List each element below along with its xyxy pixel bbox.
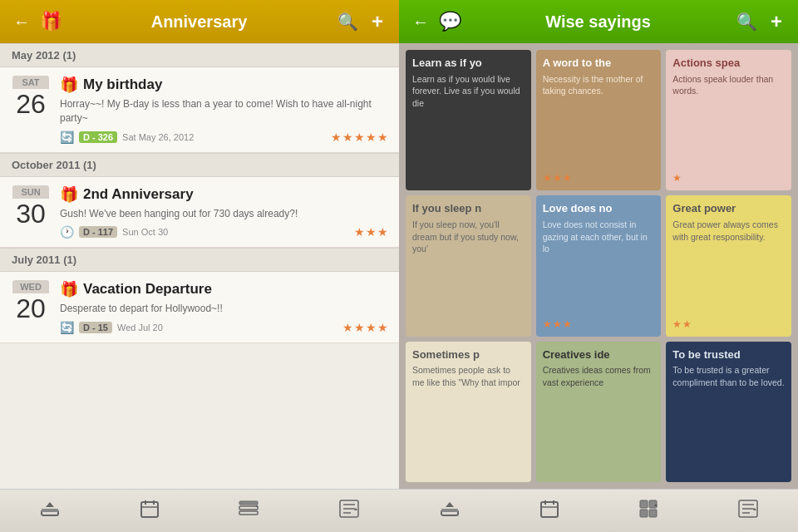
speech-icon: 💬 <box>439 11 461 32</box>
event-desc-vacation: Desperate to depart for Hollywood~!! <box>60 302 389 316</box>
right-bottom-btn-4[interactable] <box>728 496 768 525</box>
calendar-icon-right <box>540 500 559 522</box>
quote-title-3: If you sleep n <box>412 202 525 215</box>
quote-card-7[interactable]: Creatives ide Creatives ideas comes from… <box>536 342 662 482</box>
event-content-vacation: 🎁 Vacation Departure Desperate to depart… <box>60 280 389 334</box>
left-add-button[interactable]: + <box>366 10 389 33</box>
quote-stars-4: ★★★ <box>543 315 655 330</box>
quote-title-7: Creatives ide <box>543 348 655 362</box>
stars-birthday: ★★★★★ <box>331 131 389 144</box>
quote-card-8[interactable]: To be trusted To be trusted is a greater… <box>666 342 791 482</box>
svg-rect-1 <box>42 509 58 512</box>
left-scroll-area: May 2012 (1) SAT 26 🎁 My birthday Horray… <box>0 43 399 489</box>
layout-icon-left <box>239 500 259 521</box>
upload-icon <box>40 500 60 521</box>
quote-title-8: To be trusted <box>672 348 785 362</box>
quote-card-3[interactable]: If you sleep n If you sleep now, you'll … <box>406 195 531 336</box>
svg-rect-7 <box>239 501 258 505</box>
left-header: ← 🎁 Anniversary 🔍 + <box>0 0 399 43</box>
event-icon-vacation: 🎁 <box>60 280 78 298</box>
day-num-anniversary: 30 <box>16 200 46 227</box>
section-header-1: May 2012 (1) <box>0 43 399 67</box>
right-bottom-btn-2[interactable] <box>530 496 569 525</box>
event-icon-anniversary: 🎁 <box>60 185 78 204</box>
d-badge-vacation: D - 15 <box>79 322 112 333</box>
day-name-anniversary: SUN <box>12 185 49 199</box>
left-bottom-btn-4[interactable] <box>329 496 369 525</box>
left-search-button[interactable]: 🔍 <box>336 10 359 33</box>
event-meta-vacation: 🔄 D - 15 Wed Jul 20 ★★★★ <box>60 321 389 334</box>
quote-card-2[interactable]: Actions spea Actions speak louder than w… <box>666 50 791 190</box>
day-name-birthday: SAT <box>12 76 49 89</box>
section-header-2: October 2011 (1) <box>0 153 399 177</box>
quote-body-2: Actions speak louder than words. <box>672 73 785 97</box>
quote-stars-2: ★ <box>672 169 785 184</box>
date-block-anniversary: SUN 30 <box>10 185 52 239</box>
quote-title-6: Sometimes p <box>412 348 525 362</box>
list-icon-right <box>738 500 758 522</box>
event-title-anniversary: 2nd Anniversary <box>83 186 194 203</box>
quote-card-5[interactable]: Great power Great power always comes wit… <box>666 195 791 336</box>
quote-body-0: Learn as if you would live forever. Live… <box>412 73 525 110</box>
quote-body-8: To be trusted is a greater compliment th… <box>672 364 785 388</box>
event-item-vacation[interactable]: WED 20 🎁 Vacation Departure Desperate to… <box>0 272 399 343</box>
svg-rect-25 <box>640 510 648 517</box>
left-bottom-btn-3[interactable] <box>229 497 268 525</box>
left-bottom-btn-2[interactable] <box>131 496 169 525</box>
event-title-row-birthday: 🎁 My birthday <box>60 76 389 94</box>
right-bottom-btn-1[interactable] <box>430 497 470 525</box>
event-item-anniversary[interactable]: SUN 30 🎁 2nd Anniversary Gush! We've bee… <box>0 177 399 249</box>
svg-rect-9 <box>239 511 258 515</box>
event-date-anniversary: Sun Oct 30 <box>122 227 168 237</box>
svg-rect-19 <box>541 502 558 517</box>
recur-icon-birthday: 🔄 <box>60 131 74 144</box>
quote-title-0: Learn as if yo <box>412 57 525 70</box>
svg-rect-3 <box>141 502 158 517</box>
left-header-title: Anniversary <box>69 12 329 32</box>
svg-rect-8 <box>239 506 258 510</box>
left-panel: ← 🎁 Anniversary 🔍 + May 2012 (1) SAT 26 … <box>0 0 399 532</box>
event-title-row-vacation: 🎁 Vacation Departure <box>60 280 389 298</box>
event-meta-anniversary: 🕐 D - 117 Sun Oct 30 ★★★ <box>60 225 389 239</box>
day-name-vacation: WED <box>12 280 49 293</box>
svg-rect-26 <box>649 510 657 517</box>
event-date-birthday: Sat May 26, 2012 <box>122 132 194 142</box>
right-search-button[interactable]: 🔍 <box>735 10 758 33</box>
quote-card-1[interactable]: A word to the Necessity is the mother of… <box>536 50 662 190</box>
quote-body-1: Necessity is the mother of taking chance… <box>543 73 655 97</box>
d-badge-birthday: D - 326 <box>79 131 117 143</box>
right-bottom-btn-3[interactable] <box>629 496 667 525</box>
calendar-icon-left <box>140 500 159 522</box>
quote-body-5: Great power always comes with great resp… <box>672 219 785 243</box>
event-item-birthday[interactable]: SAT 26 🎁 My birthday Horray~~! My B-day … <box>0 67 399 153</box>
right-header-title: Wise sayings <box>468 12 728 32</box>
left-bottom-bar <box>0 489 399 532</box>
quote-body-6: Sometimes people ask to me like this "Wh… <box>412 364 525 388</box>
quote-card-6[interactable]: Sometimes p Sometimes people ask to me l… <box>406 342 531 482</box>
quote-card-0[interactable]: Learn as if yo Learn as if you would liv… <box>406 50 531 190</box>
left-back-button[interactable]: ← <box>10 10 33 33</box>
recur-icon-vacation: 🔄 <box>60 321 74 334</box>
quotes-grid: Learn as if yo Learn as if you would liv… <box>399 43 798 489</box>
right-panel: ← 💬 Wise sayings 🔍 + Learn as if yo Lear… <box>399 0 798 532</box>
right-back-button[interactable]: ← <box>409 10 432 33</box>
date-block-vacation: WED 20 <box>10 280 52 334</box>
day-num-birthday: 26 <box>16 91 46 117</box>
quote-body-3: If you sleep now, you'll dream but if yo… <box>412 219 525 255</box>
event-content-anniversary: 🎁 2nd Anniversary Gush! We've been hangi… <box>60 185 389 239</box>
clock-icon-anniversary: 🕐 <box>60 225 74 239</box>
d-badge-anniversary: D - 117 <box>79 226 117 238</box>
right-bottom-bar <box>399 489 798 532</box>
svg-rect-24 <box>649 500 657 508</box>
grid-icon-right <box>639 500 658 522</box>
quote-title-5: Great power <box>672 202 785 215</box>
left-bottom-btn-1[interactable] <box>30 497 70 525</box>
gift-icon: 🎁 <box>40 11 62 32</box>
quote-title-4: Love does no <box>543 202 655 215</box>
quote-card-4[interactable]: Love does no Love does not consist in ga… <box>536 195 662 336</box>
right-add-button[interactable]: + <box>765 10 788 33</box>
event-desc-anniversary: Gush! We've been hanging out for 730 day… <box>60 207 389 221</box>
quote-body-7: Creatives ideas comes from vast experien… <box>543 364 655 388</box>
quote-stars-5: ★★ <box>672 315 785 330</box>
event-meta-birthday: 🔄 D - 326 Sat May 26, 2012 ★★★★★ <box>60 131 389 144</box>
